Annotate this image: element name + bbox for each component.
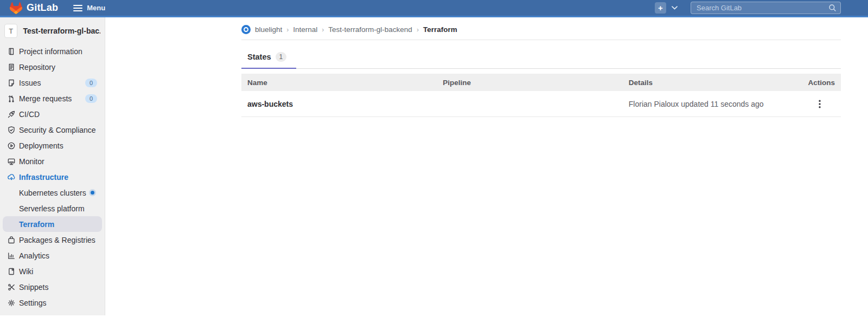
sidebar-item-label: Deployments xyxy=(19,141,63,150)
sidebar-item-packages-registries[interactable]: Packages & Registries xyxy=(0,232,105,248)
search-icon xyxy=(828,4,837,12)
table-row: aws-bucketsFlorian Pialoux updated 11 se… xyxy=(241,91,841,117)
search-container xyxy=(691,2,841,14)
hamburger-icon xyxy=(73,5,82,11)
sidebar-item-merge-requests[interactable]: Merge requests0 xyxy=(0,90,105,106)
bar-chart-icon xyxy=(7,251,16,260)
sidebar-item-serverless-platform[interactable]: Serverless platform xyxy=(0,200,105,216)
state-details: Florian Pialoux updated 11 seconds ago xyxy=(623,100,793,108)
sidebar-item-label: Project information xyxy=(19,47,82,56)
gear-icon xyxy=(7,299,16,307)
project-sidebar: T Test-terraform-gl-bac... Project infor… xyxy=(0,17,105,315)
column-header-pipeline: Pipeline xyxy=(437,79,623,87)
package-icon xyxy=(7,236,16,244)
breadcrumb-item-terraform[interactable]: Terraform xyxy=(423,25,457,34)
book-icon xyxy=(7,47,16,56)
column-header-actions: Actions xyxy=(793,79,841,87)
sidebar-item-monitor[interactable]: Monitor xyxy=(0,153,105,169)
sidebar-item-analytics[interactable]: Analytics xyxy=(0,248,105,263)
gitlab-wordmark: GitLab xyxy=(27,2,58,14)
sidebar-item-label: Merge requests xyxy=(19,94,72,103)
page-layout: T Test-terraform-gl-bac... Project infor… xyxy=(0,17,868,315)
merge-request-icon xyxy=(7,94,16,103)
scissors-icon xyxy=(7,283,16,292)
sidebar-item-label: Settings xyxy=(19,299,47,307)
chevron-right-icon: › xyxy=(286,26,289,34)
monitor-icon xyxy=(7,157,16,166)
menu-button[interactable]: Menu xyxy=(73,4,105,12)
sidebar-item-label: Monitor xyxy=(19,157,44,166)
rocket-icon xyxy=(7,110,16,119)
gitlab-tanuki-logo-icon xyxy=(10,2,22,14)
shield-icon xyxy=(7,126,16,134)
sidebar-item-label: CI/CD xyxy=(19,110,40,119)
column-header-details: Details xyxy=(623,79,793,87)
sidebar-item-label: Wiki xyxy=(19,267,33,276)
table-header-row: Name Pipeline Details Actions xyxy=(241,74,841,91)
states-tabs: States1 xyxy=(241,48,841,69)
project-title: Test-terraform-gl-bac... xyxy=(23,27,100,35)
breadcrumb: bluelight›Internal›Test-terraform-gl-bac… xyxy=(241,17,841,40)
issues-icon xyxy=(7,79,16,87)
project-avatar: T xyxy=(4,24,17,38)
group-avatar-icon xyxy=(241,25,251,34)
chevron-right-icon: › xyxy=(322,26,324,34)
sidebar-item-infrastructure[interactable]: Infrastructure xyxy=(0,169,105,185)
tab-count-badge: 1 xyxy=(276,52,287,62)
kebab-icon xyxy=(819,100,821,108)
navbar-right: + xyxy=(655,2,868,14)
actions-kebab-button[interactable] xyxy=(812,96,827,112)
new-item-plus-button[interactable]: + xyxy=(655,2,666,14)
sidebar-item-label: Packages & Registries xyxy=(19,236,95,244)
chevron-down-icon[interactable] xyxy=(672,6,678,10)
sidebar-item-label: Infrastructure xyxy=(19,173,68,182)
sidebar-item-settings[interactable]: Settings xyxy=(0,295,105,310)
sidebar-item-label: Security & Compliance xyxy=(19,126,96,134)
sidebar-item-deployments[interactable]: Deployments xyxy=(0,138,105,153)
actions-cell xyxy=(793,96,841,112)
sidebar-project-header[interactable]: T Test-terraform-gl-bac... xyxy=(0,22,105,43)
navbar-left: GitLab Menu xyxy=(10,2,105,14)
document-icon xyxy=(7,63,16,72)
sidebar-item-label: Snippets xyxy=(19,283,48,292)
table-body: aws-bucketsFlorian Pialoux updated 11 se… xyxy=(241,91,841,117)
main-content: bluelight›Internal›Test-terraform-gl-bac… xyxy=(105,17,868,315)
tab-states[interactable]: States1 xyxy=(241,48,296,68)
sidebar-item-terraform[interactable]: Terraform xyxy=(3,216,102,232)
breadcrumb-item-test-terraform-gl-backend[interactable]: Test-terraform-gl-backend xyxy=(328,25,412,34)
sidebar-item-project-information[interactable]: Project information xyxy=(0,43,105,59)
notification-dot-icon xyxy=(91,191,94,195)
sidebar-item-snippets[interactable]: Snippets xyxy=(0,279,105,295)
top-navbar: GitLab Menu + xyxy=(0,0,868,17)
chevron-right-icon: › xyxy=(417,26,419,34)
column-header-name: Name xyxy=(241,79,437,87)
sidebar-item-label: Kubernetes clusters xyxy=(19,189,86,197)
sidebar-item-label: Repository xyxy=(19,63,55,72)
sidebar-nav: Project informationRepositoryIssues0Merg… xyxy=(0,43,105,310)
sidebar-item-kubernetes-clusters[interactable]: Kubernetes clusters xyxy=(0,185,105,200)
wiki-book-icon xyxy=(7,267,16,276)
play-circle-icon xyxy=(7,141,16,150)
sidebar-item-label: Terraform xyxy=(19,220,54,229)
search-input[interactable] xyxy=(691,2,841,14)
terraform-states-table: Name Pipeline Details Actions aws-bucket… xyxy=(241,74,841,117)
sidebar-item-issues[interactable]: Issues0 xyxy=(0,75,105,90)
tab-label: States xyxy=(247,53,271,61)
sidebar-item-label: Issues xyxy=(19,79,41,87)
sidebar-item-security-compliance[interactable]: Security & Compliance xyxy=(0,122,105,138)
sidebar-item-label: Analytics xyxy=(19,251,49,260)
breadcrumb-item-bluelight[interactable]: bluelight xyxy=(255,25,282,34)
sidebar-item-wiki[interactable]: Wiki xyxy=(0,263,105,279)
gitlab-home-link[interactable]: GitLab xyxy=(10,2,58,14)
menu-button-label: Menu xyxy=(87,4,105,12)
sidebar-item-repository[interactable]: Repository xyxy=(0,59,105,75)
count-badge: 0 xyxy=(85,94,97,103)
sidebar-item-ci-cd[interactable]: CI/CD xyxy=(0,106,105,122)
breadcrumb-item-internal[interactable]: Internal xyxy=(293,25,317,34)
cloud-gear-icon xyxy=(7,173,16,182)
sidebar-item-label: Serverless platform xyxy=(19,204,85,213)
count-badge: 0 xyxy=(85,79,97,87)
state-name: aws-buckets xyxy=(241,100,437,108)
